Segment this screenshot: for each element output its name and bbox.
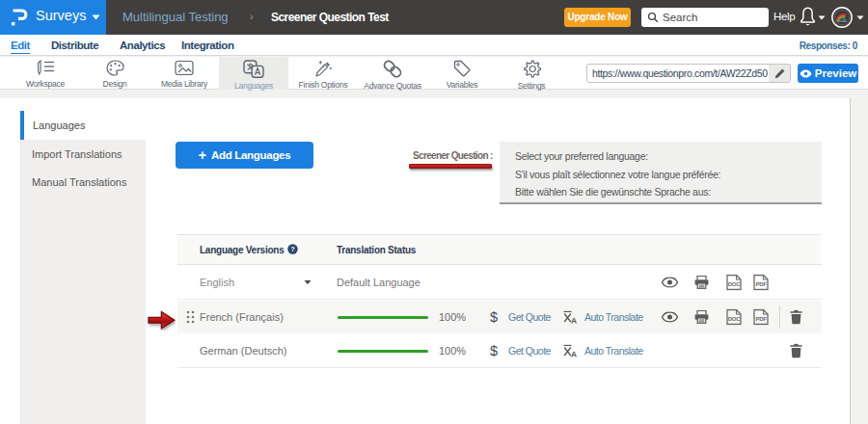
svg-text:DOC: DOC (728, 281, 741, 287)
svg-text:?: ? (290, 245, 295, 253)
svg-text:A: A (571, 349, 578, 357)
svg-text:PDF: PDF (755, 281, 767, 287)
svg-text:PDF: PDF (755, 316, 767, 322)
svg-text:A: A (571, 316, 578, 324)
svg-text:DOC: DOC (728, 316, 741, 322)
